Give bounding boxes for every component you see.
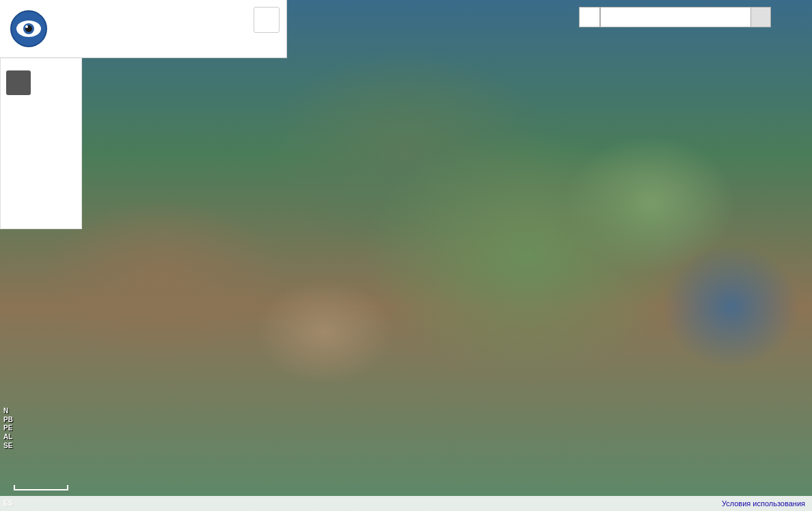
left-label-n: N — [3, 407, 8, 415]
search-area — [600, 7, 771, 27]
search-input[interactable] — [600, 7, 750, 27]
left-label-al: AL — [3, 433, 12, 441]
header — [0, 0, 287, 58]
map-background — [0, 0, 812, 511]
logo — [10, 10, 55, 48]
scale-bar — [14, 485, 68, 492]
scale-line — [14, 485, 68, 490]
terms-link[interactable]: Условия использования — [722, 499, 805, 508]
left-label-pe: PE — [3, 424, 12, 432]
home-button[interactable] — [254, 7, 280, 33]
ad-arrow-button[interactable] — [6, 70, 31, 95]
search-button[interactable] — [750, 7, 771, 27]
bottom-bar: Условия использования — [0, 496, 812, 511]
left-label-pb: PB — [3, 416, 13, 423]
map-satellite-layer — [0, 0, 812, 511]
map-type-selector — [579, 7, 600, 27]
logo-eye-icon — [10, 10, 48, 48]
left-label-se: SE — [3, 442, 12, 449]
svg-point-4 — [25, 25, 28, 28]
map-type-button[interactable] — [579, 7, 600, 27]
ad-panel — [0, 58, 82, 229]
